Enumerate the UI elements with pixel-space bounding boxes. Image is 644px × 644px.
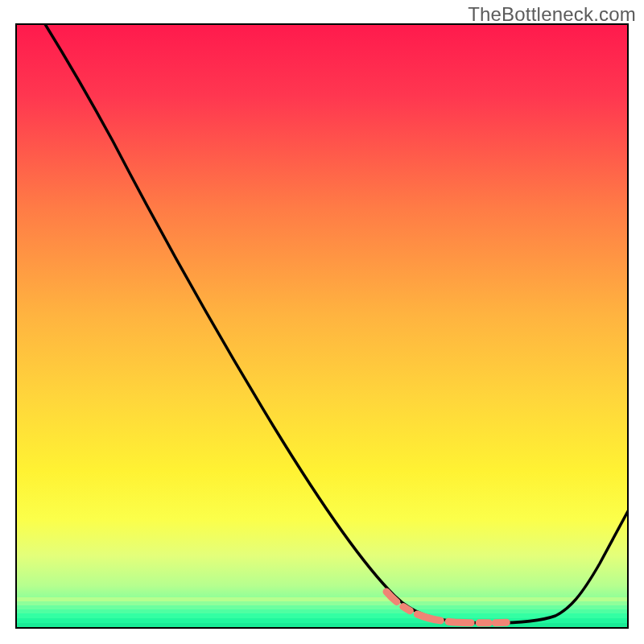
watermark-label: TheBottleneck.com bbox=[468, 3, 636, 26]
chart-container: TheBottleneck.com bbox=[0, 0, 644, 644]
plot-gradient-background bbox=[16, 24, 628, 628]
svg-rect-2 bbox=[16, 601, 628, 605]
bottleneck-chart bbox=[0, 0, 644, 644]
svg-rect-3 bbox=[16, 605, 628, 609]
svg-rect-1 bbox=[16, 597, 628, 601]
green-strata bbox=[16, 597, 628, 628]
svg-rect-5 bbox=[16, 613, 628, 618]
svg-rect-4 bbox=[16, 609, 628, 613]
